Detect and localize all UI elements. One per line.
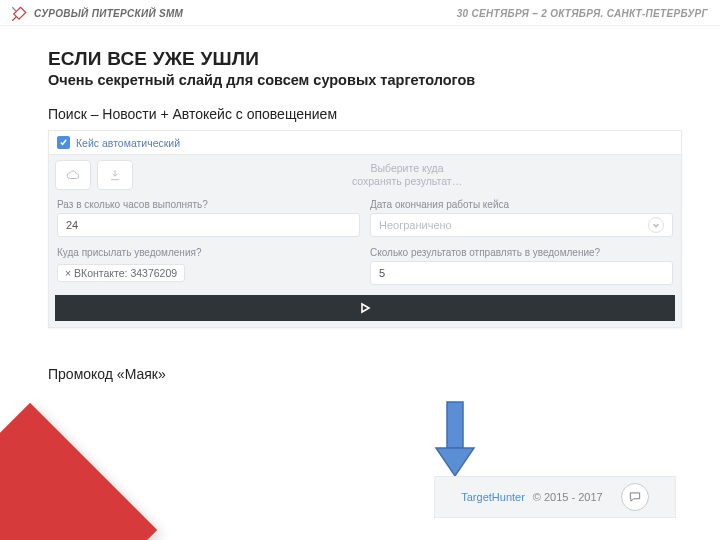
run-button[interactable]: [55, 295, 675, 321]
svg-rect-0: [447, 402, 463, 448]
panel-header: Кейс автоматический: [49, 131, 681, 155]
page-title: ЕСЛИ ВСЕ УЖЕ УШЛИ: [48, 48, 682, 70]
chat-icon: [628, 490, 642, 504]
brand-name: СУРОВЫЙ ПИТЕРСКИЙ SMM: [34, 8, 183, 19]
footer-snippet: TargetHunter © 2015 - 2017: [434, 476, 676, 518]
cloud-icon: [66, 168, 80, 182]
brand-logo-icon: [10, 5, 28, 23]
download-icon: [108, 168, 122, 182]
notify-chip[interactable]: × ВКонтакте: 34376209: [57, 264, 185, 282]
enddate-label: Дата окончания работы кейса: [370, 199, 673, 210]
brand: СУРОВЫЙ ПИТЕРСКИЙ SMM: [10, 5, 183, 23]
save-target-bar: Выберите куда сохранять результат…: [49, 155, 681, 195]
auto-case-label: Кейс автоматический: [76, 137, 180, 149]
results-label: Сколько результатов отправлять в уведомл…: [370, 247, 673, 258]
chevron-down-icon: [648, 217, 664, 233]
promo-code-text: Промокод «Маяк»: [48, 366, 682, 382]
save-hint-text: Выберите куда сохранять результат…: [133, 157, 681, 193]
enddate-input[interactable]: Неограничено: [370, 213, 673, 237]
interval-label: Раз в сколько часов выполнять?: [57, 199, 360, 210]
auto-case-checkbox[interactable]: [57, 136, 70, 149]
footer-copyright: © 2015 - 2017: [533, 491, 603, 503]
event-dateline: 30 СЕНТЯБРЯ – 2 ОКТЯБРЯ. САНКТ-ПЕТЕРБУРГ: [457, 8, 708, 19]
download-button[interactable]: [97, 160, 133, 190]
notify-input[interactable]: × ВКонтакте: 34376209: [57, 261, 360, 285]
interval-input[interactable]: 24: [57, 213, 360, 237]
topbar: СУРОВЫЙ ПИТЕРСКИЙ SMM 30 СЕНТЯБРЯ – 2 ОК…: [0, 0, 720, 26]
autocase-panel: Кейс автоматический Выберите куда сохран…: [48, 130, 682, 328]
footer-product: TargetHunter: [461, 491, 525, 503]
chat-button[interactable]: [621, 483, 649, 511]
cloud-save-button[interactable]: [55, 160, 91, 190]
description-line: Поиск – Новости + Автокейс с оповещением: [48, 106, 682, 122]
page-subtitle: Очень секретный слайд для совсем суровых…: [48, 72, 682, 88]
play-icon: [359, 302, 371, 314]
results-input[interactable]: 5: [370, 261, 673, 285]
arrow-down-icon: [430, 400, 480, 480]
notify-label: Куда присылать уведомления?: [57, 247, 360, 258]
